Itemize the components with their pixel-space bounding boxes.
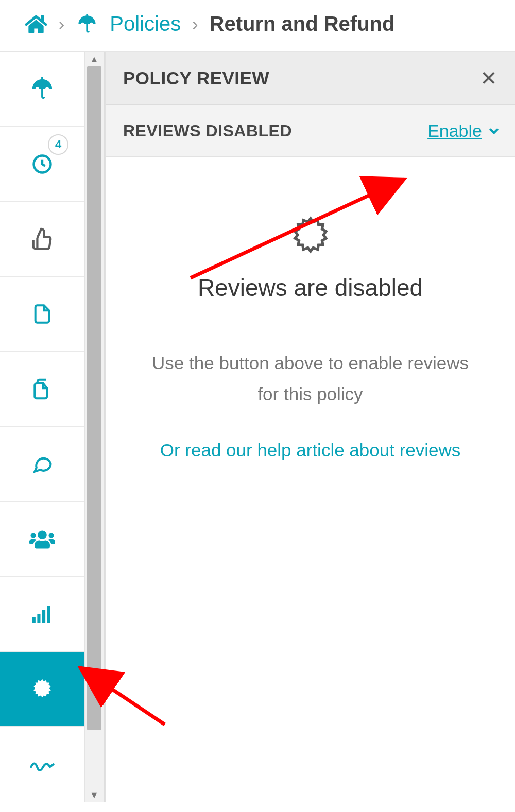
- badge-count: 4: [48, 134, 68, 155]
- people-icon: [29, 529, 56, 550]
- reviews-disabled-heading: Reviews are disabled: [198, 274, 423, 302]
- sidebar-item-signature[interactable]: [0, 727, 84, 802]
- file-icon: [32, 302, 53, 326]
- breadcrumb: › Policies › Return and Refund: [0, 0, 515, 52]
- panel-title: POLICY REVIEW: [123, 68, 269, 89]
- scroll-thumb[interactable]: [87, 66, 101, 730]
- sidebar-item-stats[interactable]: [0, 577, 84, 652]
- help-article-link[interactable]: Or read our help article about reviews: [160, 435, 461, 466]
- sidebar-item-history[interactable]: 4: [0, 127, 84, 202]
- breadcrumb-separator: ›: [192, 14, 198, 34]
- chevron-down-icon: [487, 125, 501, 138]
- svg-rect-5: [47, 606, 50, 623]
- seal-outline-icon: [288, 214, 333, 258]
- umbrella-icon: [30, 77, 54, 101]
- seal-icon: [30, 677, 55, 701]
- breadcrumb-separator: ›: [59, 14, 64, 34]
- svg-rect-4: [42, 610, 45, 623]
- scroll-up-arrow[interactable]: ▲: [85, 52, 104, 66]
- panel-header: POLICY REVIEW ✕: [106, 52, 515, 105]
- sidebar-item-approvals[interactable]: [0, 202, 84, 277]
- sidebar-item-copies[interactable]: [0, 352, 84, 427]
- enable-label: Enable: [427, 121, 482, 141]
- svg-rect-0: [41, 77, 43, 80]
- enable-reviews-button[interactable]: Enable: [427, 121, 501, 141]
- thumbs-up-icon: [30, 227, 54, 251]
- sidebar-item-review[interactable]: [0, 652, 84, 727]
- panel-body: Reviews are disabled Use the button abov…: [106, 157, 515, 802]
- close-icon[interactable]: ✕: [480, 66, 497, 90]
- chat-icon: [29, 453, 55, 475]
- scroll-down-arrow[interactable]: ▼: [85, 788, 104, 802]
- svg-rect-3: [37, 614, 40, 623]
- breadcrumb-policies-link[interactable]: Policies: [110, 12, 181, 36]
- sidebar-item-document[interactable]: [0, 277, 84, 352]
- sidebar: 4: [0, 52, 85, 802]
- home-icon[interactable]: [25, 14, 47, 34]
- policy-review-panel: POLICY REVIEW ✕ REVIEWS DISABLED Enable …: [105, 52, 515, 802]
- sidebar-item-comments[interactable]: [0, 427, 84, 502]
- breadcrumb-current: Return and Refund: [210, 12, 395, 36]
- sidebar-scrollbar[interactable]: ▲ ▼: [85, 52, 105, 802]
- clock-icon: [31, 153, 54, 175]
- reviews-disabled-subtext: Use the button above to enable reviews f…: [146, 348, 475, 409]
- umbrella-icon[interactable]: [76, 14, 98, 34]
- sidebar-item-policies[interactable]: [0, 52, 84, 127]
- squiggle-icon: [29, 755, 55, 774]
- bars-icon: [30, 603, 54, 625]
- panel-subheader: REVIEWS DISABLED Enable: [106, 105, 515, 157]
- reviews-status-label: REVIEWS DISABLED: [123, 121, 292, 140]
- scroll-track[interactable]: [85, 66, 104, 788]
- svg-rect-2: [32, 617, 35, 623]
- files-icon: [31, 377, 54, 401]
- sidebar-item-users[interactable]: [0, 502, 84, 577]
